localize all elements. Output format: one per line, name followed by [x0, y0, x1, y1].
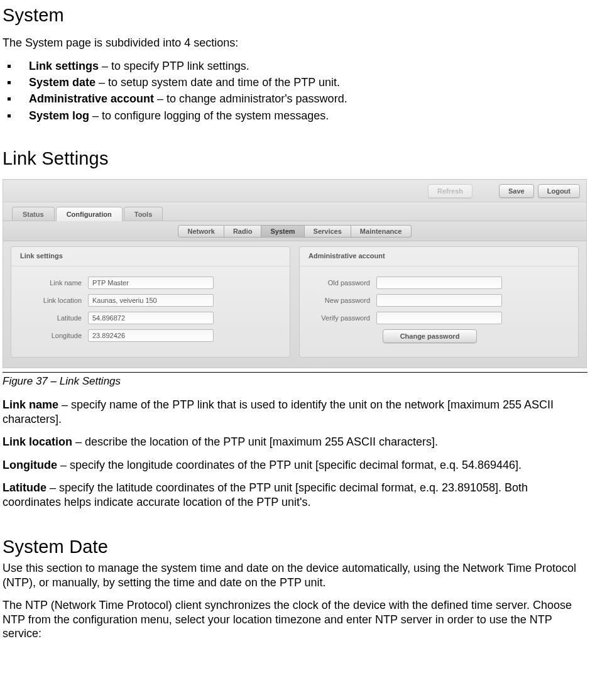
heading-system-date: System Date: [3, 537, 587, 557]
panel-title: Administrative account: [300, 247, 578, 266]
main-tabs: Status Configuration Tools: [3, 202, 586, 221]
subtab-maintenance[interactable]: Maintenance: [351, 225, 412, 238]
new-password-label: New password: [311, 297, 376, 304]
verify-password-input[interactable]: [376, 312, 502, 324]
subtab-radio[interactable]: Radio: [224, 225, 262, 238]
def-term: Latitude: [3, 481, 46, 494]
list-item-desc: – to setup system date and time of the P…: [96, 76, 340, 89]
link-name-input[interactable]: [88, 276, 214, 289]
system-date-p2: The NTP (Network Time Protocol) client s…: [3, 598, 587, 641]
list-item: Administrative account – to change admin…: [6, 92, 587, 106]
def-link-location: Link location – describe the location of…: [3, 435, 587, 449]
def-text: – specify the longitude coordinates of t…: [57, 459, 522, 471]
link-location-label: Link location: [23, 297, 88, 304]
verify-password-label: Verify password: [311, 314, 376, 322]
old-password-input[interactable]: [376, 276, 502, 289]
list-item: System log – to configure logging of the…: [6, 109, 587, 123]
panel-admin-account: Administrative account Old password New …: [299, 246, 579, 358]
intro-text: The System page is subdivided into 4 sec…: [3, 36, 587, 50]
list-item-term: System log: [29, 109, 89, 122]
save-button[interactable]: Save: [499, 184, 534, 198]
latitude-label: Latitude: [23, 314, 88, 322]
sub-tabs: Network Radio System Services Maintenanc…: [3, 221, 586, 241]
def-term: Longitude: [3, 459, 57, 471]
new-password-input[interactable]: [376, 294, 502, 307]
top-toolbar: Refresh Save Logout: [3, 180, 586, 202]
def-text: – specify the latitude coordinates of th…: [3, 481, 528, 508]
screenshot-link-settings: Refresh Save Logout Status Configuration…: [3, 179, 587, 368]
subtab-network[interactable]: Network: [178, 225, 224, 238]
list-item-desc: – to configure logging of the system mes…: [89, 109, 329, 122]
list-item-term: System date: [29, 76, 96, 89]
def-text: – describe the location of the PTP unit …: [72, 435, 438, 448]
list-item: Link settings – to specify PTP link sett…: [6, 59, 587, 74]
system-date-p1: Use this section to manage the system ti…: [3, 561, 587, 589]
def-term: Link location: [3, 435, 72, 448]
list-item-term: Administrative account: [29, 92, 154, 105]
figure-caption: Figure 37 – Link Settings: [3, 372, 587, 388]
def-link-name: Link name – specify name of the PTP link…: [3, 398, 587, 426]
def-text: – specify name of the PTP link that is u…: [3, 398, 554, 425]
heading-link-settings: Link Settings: [3, 148, 587, 169]
tab-tools[interactable]: Tools: [124, 207, 163, 221]
link-location-input[interactable]: [88, 294, 214, 307]
subtab-system[interactable]: System: [261, 225, 304, 238]
old-password-label: Old password: [311, 279, 376, 287]
latitude-input[interactable]: [88, 312, 214, 324]
tab-status[interactable]: Status: [12, 207, 55, 221]
refresh-button[interactable]: Refresh: [428, 184, 473, 198]
def-term: Link name: [3, 398, 58, 411]
list-item-desc: – to specify PTP link settings.: [99, 60, 249, 72]
heading-system: System: [3, 5, 587, 26]
list-item-term: Link settings: [29, 60, 99, 72]
def-longitude: Longitude – specify the longitude coordi…: [3, 458, 587, 473]
subtab-services[interactable]: Services: [305, 225, 351, 238]
section-list: Link settings – to specify PTP link sett…: [3, 59, 587, 124]
logout-button[interactable]: Logout: [538, 184, 580, 198]
list-item: System date – to setup system date and t…: [6, 75, 587, 90]
longitude-label: Longitude: [23, 332, 88, 339]
tab-configuration[interactable]: Configuration: [56, 207, 123, 221]
link-name-label: Link name: [23, 279, 88, 287]
def-latitude: Latitude – specify the latitude coordina…: [3, 481, 587, 509]
longitude-input[interactable]: [88, 329, 214, 342]
panel-link-settings: Link settings Link name Link location La…: [11, 246, 290, 358]
list-item-desc: – to change administrator's password.: [154, 92, 347, 105]
panel-title: Link settings: [11, 247, 290, 266]
change-password-button[interactable]: Change password: [383, 329, 477, 343]
